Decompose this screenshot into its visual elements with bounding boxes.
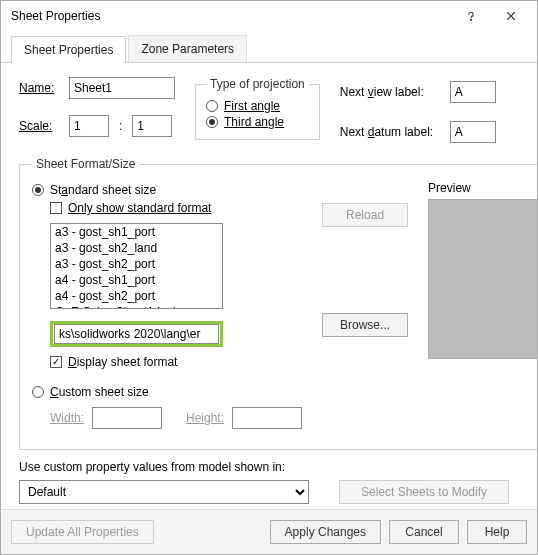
list-item[interactable]: a3 - gost_sh2_port	[51, 256, 222, 272]
titlebar: Sheet Properties	[1, 1, 537, 31]
projection-group: Type of projection First angle Third ang…	[195, 77, 320, 140]
name-input[interactable]	[69, 77, 175, 99]
next-view-input[interactable]	[450, 81, 496, 103]
projection-legend: Type of projection	[206, 77, 309, 91]
custom-prop-select[interactable]: Default	[19, 480, 309, 504]
svg-point-0	[470, 19, 471, 20]
browse-button[interactable]: Browse...	[322, 313, 408, 337]
third-angle-radio[interactable]: Third angle	[206, 115, 309, 129]
format-path-highlight	[50, 321, 223, 347]
standard-size-radio[interactable]: Standard sheet size	[32, 183, 302, 197]
scale-sep: :	[119, 119, 122, 133]
first-angle-radio[interactable]: First angle	[206, 99, 309, 113]
custom-size-radio[interactable]: Custom sheet size	[32, 385, 302, 399]
list-item[interactable]: a3 - gost_sh2_land	[51, 240, 222, 256]
tab-strip: Sheet Properties Zone Parameters	[1, 31, 537, 63]
update-all-button: Update All Properties	[11, 520, 154, 544]
height-label: Height:	[186, 411, 224, 425]
next-datum-label: Next datum label:	[340, 125, 442, 139]
help-button[interactable]: Help	[467, 520, 527, 544]
scale-b-input[interactable]	[132, 115, 172, 137]
sheet-size-list[interactable]: a3 - gost_sh1_port a3 - gost_sh2_land a3…	[50, 223, 223, 309]
tab-zone-parameters[interactable]: Zone Parameters	[128, 35, 247, 62]
cancel-button[interactable]: Cancel	[389, 520, 459, 544]
only-standard-check[interactable]: Only show standard format	[50, 201, 302, 215]
custom-prop-label: Use custom property values from model sh…	[19, 460, 519, 474]
sheet-format-group: Sheet Format/Size Standard sheet size On…	[19, 157, 538, 450]
next-datum-input[interactable]	[450, 121, 496, 143]
scale-a-input[interactable]	[69, 115, 109, 137]
list-item[interactable]: GoE Csize Sheet1 Inches	[51, 304, 222, 309]
reload-button: Reload	[322, 203, 408, 227]
list-item[interactable]: a4 - gost_sh2_port	[51, 288, 222, 304]
list-item[interactable]: a3 - gost_sh1_port	[51, 224, 222, 240]
scale-label: Scale:	[19, 119, 59, 133]
apply-changes-button[interactable]: Apply Changes	[270, 520, 381, 544]
format-path-input[interactable]	[54, 324, 219, 344]
list-item[interactable]: a4 - gost_sh1_port	[51, 272, 222, 288]
height-input	[232, 407, 302, 429]
display-format-check[interactable]: Display sheet format	[50, 355, 302, 369]
tab-sheet-properties[interactable]: Sheet Properties	[11, 36, 126, 63]
width-label: Width:	[50, 411, 84, 425]
width-input	[92, 407, 162, 429]
preview-pane	[428, 199, 538, 359]
dialog-footer: Update All Properties Apply Changes Canc…	[1, 509, 537, 554]
preview-label: Preview	[428, 181, 538, 195]
help-icon[interactable]	[451, 2, 491, 30]
next-view-label: Next view label:	[340, 85, 442, 99]
window-title: Sheet Properties	[11, 9, 451, 23]
close-icon[interactable]	[491, 2, 531, 30]
select-sheets-button: Select Sheets to Modify	[339, 480, 509, 504]
name-label: Name:	[19, 81, 59, 95]
sheet-format-legend: Sheet Format/Size	[32, 157, 139, 171]
